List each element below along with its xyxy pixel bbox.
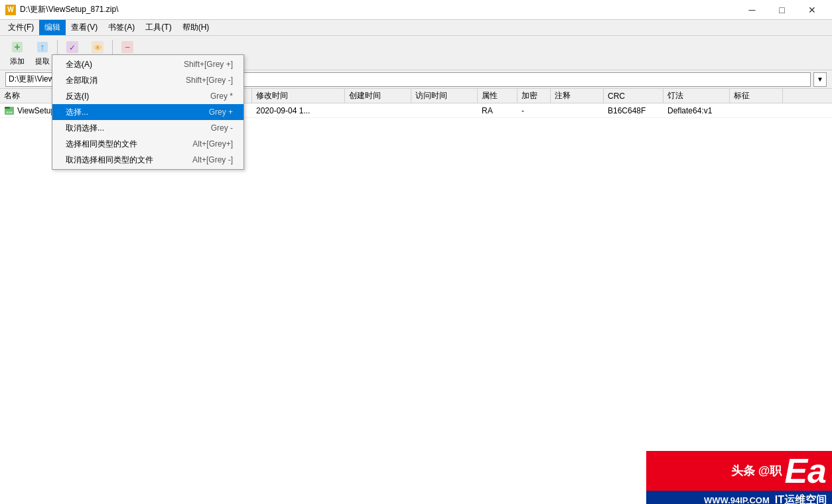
cell-encrypted: -: [518, 103, 551, 117]
menu-item-select-all[interactable]: 全选(A) Shift+[Grey +]: [52, 56, 243, 72]
menu-item-deselect-same-type[interactable]: 取消选择相同类型的文件 Alt+[Grey -]: [52, 152, 243, 168]
select-shortcut: Grey +: [209, 107, 233, 117]
svg-rect-11: [5, 107, 10, 109]
test-icon: ✓: [64, 39, 80, 55]
toolbar-add[interactable]: + 添加: [5, 38, 29, 68]
svg-text:👁: 👁: [94, 44, 102, 52]
col-accessed[interactable]: 访问时间: [411, 89, 478, 103]
svg-text:+: +: [14, 41, 20, 52]
menu-item-select-same-type[interactable]: 选择相同类型的文件 Alt+[Grey+]: [52, 136, 243, 152]
svg-text:−: −: [125, 42, 130, 52]
cell-modified: 2020-09-04 1...: [252, 103, 345, 117]
select-same-type-shortcut: Alt+[Grey+]: [192, 139, 233, 149]
cell-comment: [551, 103, 604, 117]
select-label: 选择...: [66, 107, 196, 118]
col-encrypted[interactable]: 加密: [518, 89, 551, 103]
invert-label: 反选(I): [66, 91, 197, 102]
deselect-all-label: 全部取消: [66, 75, 173, 86]
cell-created: [345, 103, 411, 117]
col-attr[interactable]: 属性: [478, 89, 518, 103]
svg-text:↑: ↑: [40, 42, 45, 52]
menu-file[interactable]: 文件(F): [3, 20, 39, 35]
menu-bookmarks[interactable]: 书签(A): [103, 20, 140, 35]
title-left: W D:\更新\ViewSetup_871.zip\: [5, 4, 119, 15]
select-same-type-label: 选择相同类型的文件: [66, 139, 179, 150]
window-title: D:\更新\ViewSetup_871.zip\: [20, 4, 119, 15]
title-bar: W D:\更新\ViewSetup_871.zip\ ─ □ ✕: [0, 0, 832, 20]
menu-item-deselect[interactable]: 取消选择... Grey -: [52, 120, 243, 136]
close-button[interactable]: ✕: [797, 0, 827, 20]
col-crc[interactable]: CRC: [604, 89, 663, 103]
svg-text:✓: ✓: [69, 43, 76, 52]
cell-accessed: [411, 103, 478, 117]
file-icon: exe: [4, 105, 15, 116]
deselect-same-type-shortcut: Alt+[Grey -]: [192, 155, 233, 164]
menu-tools[interactable]: 工具(T): [140, 20, 176, 35]
toolbar-extract-label: 提取: [35, 56, 50, 66]
deselect-shortcut: Grey -: [211, 123, 233, 133]
select-all-shortcut: Shift+[Grey +]: [184, 60, 233, 69]
col-created[interactable]: 创建时间: [345, 89, 411, 103]
invert-shortcut: Grey *: [210, 92, 233, 101]
extract-icon: ↑: [35, 39, 50, 55]
add-icon: +: [9, 39, 25, 55]
toolbar-add-label: 添加: [10, 56, 25, 66]
app-icon: W: [5, 5, 16, 15]
dropdown-menu: 全选(A) Shift+[Grey +] 全部取消 Shift+[Grey -]…: [52, 54, 244, 170]
cell-crc: B16C648F: [604, 103, 663, 117]
deselect-all-shortcut: Shift+[Grey -]: [186, 76, 233, 85]
menu-item-select[interactable]: 选择... Grey +: [52, 104, 243, 120]
minimize-button[interactable]: ─: [737, 0, 767, 20]
menu-help[interactable]: 帮助(H): [177, 20, 215, 35]
cell-method: Deflate64:v1: [663, 103, 730, 117]
cell-attr: RA: [478, 103, 518, 117]
menu-item-deselect-all[interactable]: 全部取消 Shift+[Grey -]: [52, 72, 243, 88]
menu-bar: 文件(F) 编辑 查看(V) 书签(A) 工具(T) 帮助(H): [0, 20, 832, 36]
delete-icon: −: [119, 39, 135, 55]
menu-item-invert[interactable]: 反选(I) Grey *: [52, 88, 243, 104]
col-method[interactable]: 饤法: [663, 89, 730, 103]
col-comment[interactable]: 注释: [551, 89, 604, 103]
toolbar-extract[interactable]: ↑ 提取: [31, 38, 54, 68]
deselect-label: 取消选择...: [66, 123, 198, 134]
cell-mark: [730, 103, 783, 117]
col-mark[interactable]: 标征: [730, 89, 783, 103]
address-dropdown-button[interactable]: ▼: [813, 72, 827, 87]
maximize-button[interactable]: □: [767, 0, 797, 20]
window-controls: ─ □ ✕: [737, 0, 827, 20]
svg-text:exe: exe: [6, 110, 13, 114]
select-all-label: 全选(A): [66, 59, 171, 70]
col-modified[interactable]: 修改时间: [252, 89, 345, 103]
view-icon: 👁: [90, 39, 105, 55]
menu-edit[interactable]: 编辑: [39, 20, 66, 35]
deselect-same-type-label: 取消选择相同类型的文件: [66, 155, 179, 166]
menu-view[interactable]: 查看(V): [66, 20, 103, 35]
